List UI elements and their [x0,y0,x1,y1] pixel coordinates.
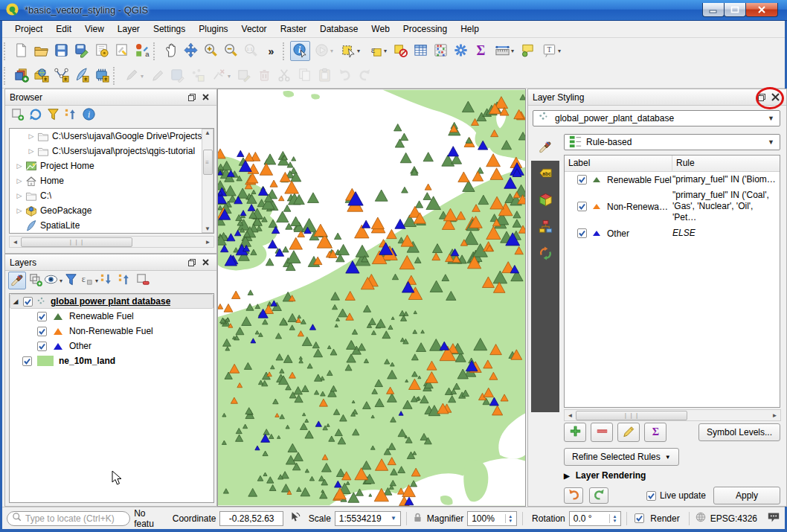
add-group-button[interactable] [26,272,44,289]
close-button[interactable] [745,3,778,17]
mouse-tracking-icon[interactable] [288,511,301,526]
field-calculator-button[interactable] [431,41,451,61]
browser-item[interactable]: ▷C:\Users\ujaval\projects\qgis-tutorial [10,144,213,158]
history-tab[interactable] [531,241,559,268]
browser-close-icon[interactable] [199,92,212,103]
visibility-checkbox[interactable] [23,297,33,307]
visibility-checkbox[interactable] [37,312,47,321]
layer-row-ne-10m-land[interactable]: ne_10m_land [10,353,213,368]
visibility-checkbox[interactable] [577,202,587,211]
toolbar-handle[interactable] [283,42,289,60]
save-project-as-button[interactable] [71,41,91,61]
filter-legend-button[interactable] [62,272,80,289]
layer-row-global-power-plant-database[interactable]: ◢global power plant database [10,294,213,309]
messages-icon[interactable] [767,511,780,525]
visibility-checkbox[interactable] [577,175,587,185]
new-print-layout-button[interactable] [91,41,112,61]
legend-rule-row[interactable]: Renewable Fuel [10,309,213,324]
browser-hscrollbar[interactable]: ◄❘❘❘► [9,236,214,248]
rules-hscrollbar[interactable]: ◄❘❘❘► [564,409,781,421]
toolbar-overflow[interactable]: » [261,41,281,61]
save-project-button[interactable] [51,41,71,61]
visibility-checkbox[interactable] [37,342,47,351]
labels-tab[interactable]: abc [531,161,559,188]
diagrams-tab[interactable] [531,214,559,241]
browser-properties-button[interactable]: i [80,106,97,124]
add-spatialite-layer-button[interactable] [71,66,91,86]
map-tips-button[interactable] [518,41,538,61]
refresh-browser-button[interactable] [26,106,44,124]
remove-rule-button[interactable] [591,423,613,442]
rule-table-row[interactable]: Non-Renewa…"primary_fuel" IN ('Coal', 'G… [565,188,780,225]
zoom-out-button[interactable] [221,41,241,61]
processing-toolbox-button[interactable] [451,41,471,61]
layer-rendering-section[interactable]: ▶Layer Rendering [564,470,646,481]
renderer-combo[interactable]: Rule-based ▼ [564,134,780,150]
data-source-manager-button[interactable] [11,66,31,86]
toolbar-handle[interactable] [4,42,10,60]
menu-raster[interactable]: Raster [274,22,313,36]
browser-float-icon[interactable] [185,92,199,103]
menu-help[interactable]: Help [454,22,486,36]
new-project-button[interactable] [11,41,31,61]
pan-map-button[interactable] [161,41,181,61]
select-features-button[interactable]: ▾ [337,41,364,61]
visibility-checkbox[interactable] [577,228,587,238]
refine-rules-button[interactable]: Refine Selected Rules▼ [564,448,679,466]
browser-item[interactable]: SpatiaLite [10,218,213,233]
apply-button[interactable]: Apply [713,487,780,504]
browser-item[interactable]: ▷Home [10,173,213,188]
map-canvas[interactable] [217,89,526,507]
live-update-checkbox[interactable] [646,491,656,501]
browser-item[interactable]: ▷GeoPackage [10,203,213,218]
collapse-all-browser-button[interactable] [62,106,80,124]
browser-item[interactable]: ▷C:\Users\ujaval\Google Drive\Projects [10,129,213,144]
menu-vector[interactable]: Vector [235,22,274,36]
browser-vscrollbar[interactable]: ▲≡▼ [202,129,213,233]
identify-features-button[interactable]: i [290,41,310,61]
style-manager-button[interactable]: a [132,41,152,61]
legend-rule-row[interactable]: Other [10,339,213,353]
minimize-button[interactable] [702,3,725,17]
deselect-features-button[interactable] [391,41,411,61]
rotation-spinbox[interactable]: 0.0 °▲▼ [569,511,622,526]
edit-rule-button[interactable] [617,423,640,442]
coordinate-input[interactable]: -0.28,52.63 [219,511,283,526]
menu-view[interactable]: View [78,22,111,36]
expander-icon[interactable]: ▷ [26,147,36,155]
expander-icon[interactable]: ▷ [26,132,36,140]
expand-all-button[interactable] [97,272,115,289]
add-rule-button[interactable] [564,423,586,442]
toolbar-handle[interactable] [4,67,10,85]
menu-processing[interactable]: Processing [396,22,454,36]
render-checkbox[interactable] [635,513,644,523]
toolbar-handle[interactable] [153,42,159,60]
show-layout-manager-button[interactable] [112,41,132,61]
lock-icon[interactable] [412,512,423,525]
filter-browser-button[interactable] [44,106,62,124]
zoom-in-button[interactable] [201,41,221,61]
view-3d-tab[interactable] [531,188,559,214]
rule-table-row[interactable]: Renewable Fuel"primary_fuel" IN ('Biom… [565,172,780,188]
visibility-checkbox[interactable] [22,356,32,366]
crs-globe-icon[interactable] [695,511,707,525]
scale-combo[interactable]: 1:5534219▼ [335,511,401,526]
visibility-checkbox[interactable] [37,327,47,336]
symbology-tab[interactable] [531,134,559,161]
magnifier-spinbox[interactable]: 100%▲▼ [467,511,517,526]
menu-layer[interactable]: Layer [111,22,147,36]
browser-item[interactable]: ▷C:\ [10,188,213,203]
layers-float-icon[interactable] [185,257,199,269]
count-features-button[interactable]: Σ [644,423,666,442]
select-by-expression-button[interactable]: ε▾ [364,41,391,61]
expander-icon[interactable]: ▷ [14,162,25,170]
add-vector-layer-button[interactable] [31,66,51,86]
add-delimited-text-layer-button[interactable] [51,66,71,86]
styling-layer-selector[interactable]: global_power_plant_database ▼ [533,110,780,126]
add-mesh-layer-button[interactable] [91,66,112,86]
filter-by-expression-button[interactable]: ε▾ [80,272,97,289]
browser-item[interactable]: ▷Project Home [10,158,213,173]
text-annotation-button[interactable]: T▾ [538,41,565,61]
menu-edit[interactable]: Edit [49,22,78,36]
style-undo-button[interactable] [564,487,583,504]
